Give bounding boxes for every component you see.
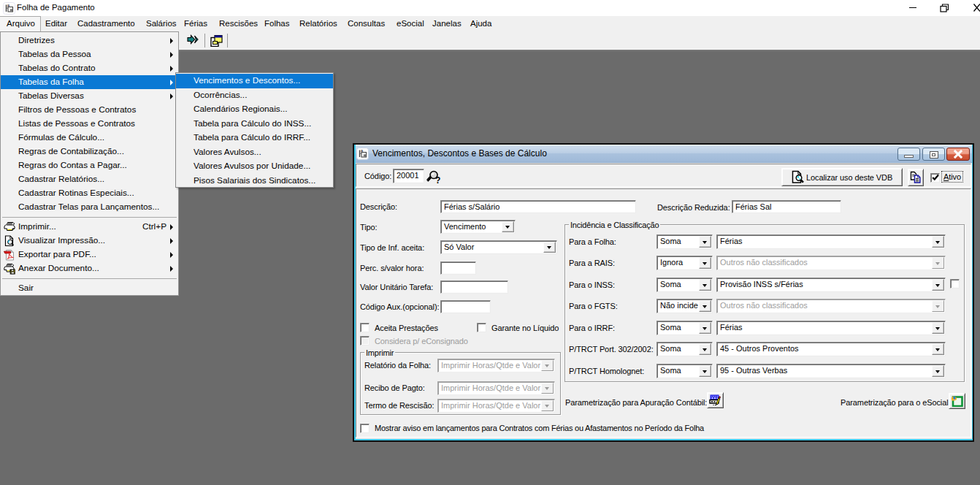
svg-text:?: ? [435, 175, 440, 186]
